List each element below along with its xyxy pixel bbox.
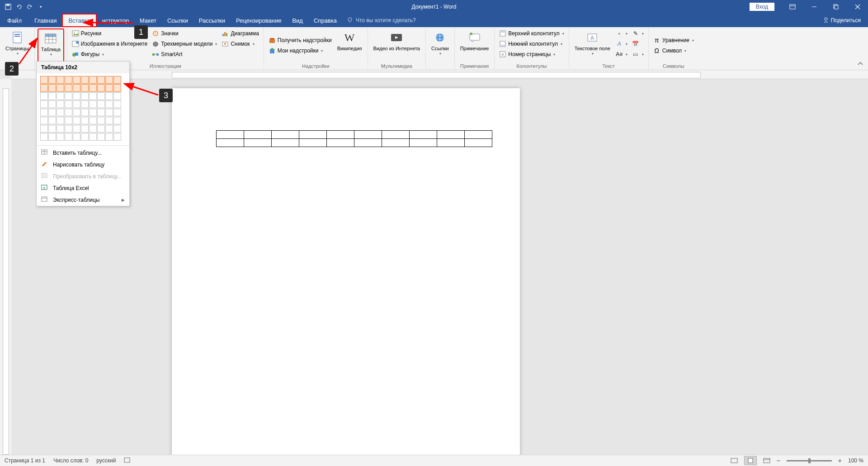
grid-cell[interactable] [40, 92, 48, 100]
textbox-button[interactable]: A Текстовое поле ▾ [572, 29, 613, 62]
grid-cell[interactable] [48, 76, 56, 84]
grid-cell[interactable] [113, 84, 121, 92]
grid-cell[interactable] [113, 117, 121, 124]
grid-cell[interactable] [105, 84, 113, 92]
online-video-button[interactable]: Видео из Интернета [371, 29, 423, 62]
grid-cell[interactable] [97, 133, 105, 141]
grid-cell[interactable] [48, 133, 56, 141]
tab-insert[interactable]: Вставка [62, 14, 96, 27]
excel-table-item[interactable]: XТаблица Excel [37, 182, 129, 194]
grid-cell[interactable] [73, 100, 80, 108]
equation-button[interactable]: πУравнение▾ [651, 35, 696, 45]
tab-references[interactable]: Ссылки [162, 14, 193, 27]
grid-cell[interactable] [65, 100, 72, 108]
status-language[interactable]: русский [96, 457, 116, 464]
grid-cell[interactable] [73, 84, 80, 92]
maximize-icon[interactable] [826, 0, 846, 14]
grid-cell[interactable] [81, 109, 89, 116]
grid-cell[interactable] [81, 92, 89, 100]
grid-cell[interactable] [113, 125, 121, 133]
footer-button[interactable]: Нижний колонтитул▾ [497, 39, 566, 49]
table-size-grid[interactable] [37, 73, 129, 144]
grid-cell[interactable] [40, 125, 48, 133]
grid-cell[interactable] [113, 92, 121, 100]
dropcap-button[interactable]: A≡▾ [614, 49, 629, 59]
my-addins-button[interactable]: Мои надстройки▾ [267, 46, 334, 56]
zoom-in-button[interactable]: + [838, 457, 842, 464]
view-print-button[interactable] [744, 456, 757, 465]
grid-cell[interactable] [81, 117, 89, 124]
tab-file[interactable]: Файл [0, 14, 29, 27]
grid-cell[interactable] [65, 133, 72, 141]
grid-cell[interactable] [48, 117, 56, 124]
grid-cell[interactable] [48, 92, 56, 100]
close-icon[interactable] [847, 0, 868, 14]
grid-cell[interactable] [65, 125, 72, 133]
grid-cell[interactable] [97, 76, 105, 84]
grid-cell[interactable] [73, 109, 80, 116]
comment-button[interactable]: + Примечание [458, 29, 492, 62]
draw-table-item[interactable]: Нарисовать таблицу [37, 159, 129, 171]
horizontal-ruler[interactable] [11, 70, 868, 79]
tab-mailings[interactable]: Рассылки [193, 14, 231, 27]
grid-cell[interactable] [81, 100, 89, 108]
redo-icon[interactable] [26, 3, 33, 10]
grid-cell[interactable] [40, 84, 48, 92]
grid-cell[interactable] [105, 109, 113, 116]
grid-cell[interactable] [73, 133, 80, 141]
quick-tables-item[interactable]: Экспресс-таблицы▶ [37, 194, 129, 206]
icons-button[interactable]: Значки [150, 29, 219, 38]
grid-cell[interactable] [105, 117, 113, 124]
grid-cell[interactable] [40, 100, 48, 108]
grid-cell[interactable] [113, 109, 121, 116]
grid-cell[interactable] [57, 76, 64, 84]
grid-cell[interactable] [89, 92, 97, 100]
grid-cell[interactable] [105, 76, 113, 84]
grid-cell[interactable] [81, 133, 89, 141]
collapse-ribbon-icon[interactable] [857, 61, 863, 67]
grid-cell[interactable] [73, 92, 80, 100]
zoom-level[interactable]: 100 % [848, 457, 863, 464]
quick-parts-button[interactable]: ▫▾ [614, 29, 629, 38]
tab-view[interactable]: Вид [287, 14, 308, 27]
status-page[interactable]: Страница 1 из 1 [5, 457, 45, 464]
grid-cell[interactable] [89, 133, 97, 141]
grid-cell[interactable] [57, 100, 64, 108]
grid-cell[interactable] [97, 92, 105, 100]
grid-cell[interactable] [97, 109, 105, 116]
wikipedia-button[interactable]: W Википедия [335, 29, 365, 62]
qat-customize-icon[interactable]: ▾ [37, 3, 44, 10]
view-read-button[interactable] [728, 456, 741, 465]
chart-button[interactable]: Диаграмма [220, 29, 260, 38]
tell-me-search[interactable]: Что вы хотите сделать? [347, 14, 416, 27]
grid-cell[interactable] [48, 84, 56, 92]
grid-cell[interactable] [40, 133, 48, 141]
grid-cell[interactable] [65, 117, 72, 124]
links-button[interactable]: Ссылки ▾ [429, 29, 452, 68]
grid-cell[interactable] [89, 100, 97, 108]
share-button[interactable]: Поделиться [823, 14, 861, 27]
screenshot-button[interactable]: Снимок▾ [220, 39, 260, 49]
tab-help[interactable]: Справка [308, 14, 342, 27]
login-button[interactable]: Вход [750, 3, 774, 11]
signature-button[interactable]: ✎▾ [630, 29, 646, 38]
grid-cell[interactable] [97, 100, 105, 108]
grid-cell[interactable] [81, 76, 89, 84]
grid-cell[interactable] [65, 84, 72, 92]
undo-icon[interactable] [15, 3, 23, 10]
grid-cell[interactable] [97, 125, 105, 133]
minimize-icon[interactable] [804, 0, 825, 14]
online-pictures-button[interactable]: Изображения в Интернете [70, 39, 149, 49]
view-web-button[interactable] [760, 456, 773, 465]
grid-cell[interactable] [113, 100, 121, 108]
grid-cell[interactable] [89, 109, 97, 116]
save-icon[interactable] [5, 3, 12, 10]
document-page[interactable] [172, 88, 520, 455]
grid-cell[interactable] [113, 133, 121, 141]
grid-cell[interactable] [57, 117, 64, 124]
grid-cell[interactable] [81, 125, 89, 133]
smartart-button[interactable]: SmartArt [150, 49, 219, 59]
symbol-button[interactable]: ΩСимвол▾ [651, 46, 696, 56]
grid-cell[interactable] [97, 84, 105, 92]
grid-cell[interactable] [40, 76, 48, 84]
